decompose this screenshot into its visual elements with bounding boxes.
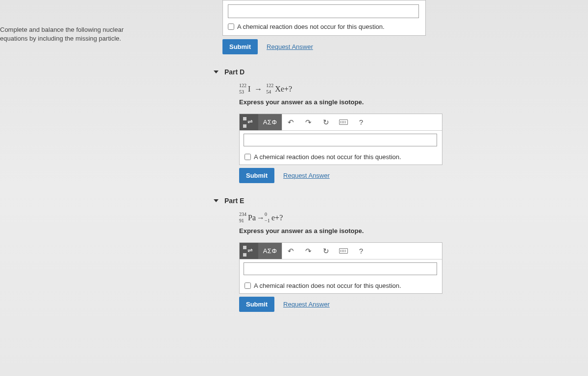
undo-button[interactable]: ↶	[282, 243, 299, 259]
help-button[interactable]: ?	[352, 114, 370, 130]
partD-equation: 12253I → 12254Xe+?	[239, 85, 480, 94]
greek-symbols-button[interactable]: ΑΣΦ	[258, 114, 282, 130]
isotope-template-button[interactable]: ⇌	[240, 114, 258, 130]
partC-answer-input[interactable]	[228, 4, 419, 18]
help-button[interactable]: ?	[352, 243, 370, 259]
partD-request-answer-link[interactable]: Request Answer	[283, 172, 330, 179]
partC-answer-box: A chemical reaction does not occur for t…	[222, 0, 426, 36]
undo-icon: ↶	[288, 118, 294, 127]
partE-submit-button[interactable]: Submit	[239, 297, 274, 312]
keyboard-button[interactable]	[335, 243, 352, 259]
keyboard-button[interactable]	[335, 114, 352, 130]
greek-symbols-button[interactable]: ΑΣΦ	[258, 243, 282, 259]
partE-equation: 23491Pa→0−1e+?	[239, 213, 480, 222]
partC-no-reaction-label: A chemical reaction does not occur for t…	[237, 23, 385, 30]
partC-request-answer-link[interactable]: Request Answer	[267, 43, 313, 50]
isotope-template-icon: ⇌	[242, 117, 256, 128]
reset-icon: ↻	[323, 247, 329, 256]
reset-button[interactable]: ↻	[317, 243, 335, 259]
partD-answer-input[interactable]	[244, 134, 437, 146]
isotope-template-button[interactable]: ⇌	[240, 243, 258, 259]
caret-down-icon	[214, 70, 219, 73]
partD-title: Part D	[224, 68, 245, 76]
partE-answer-widget: ⇌ ΑΣΦ ↶ ↷ ↻ ? A chemical reaction does n…	[239, 242, 442, 294]
partE-no-reaction-label: A chemical reaction does not occur for t…	[254, 282, 401, 289]
redo-button[interactable]: ↷	[299, 114, 317, 130]
redo-icon: ↷	[305, 247, 312, 256]
partD-no-reaction-label: A chemical reaction does not occur for t…	[254, 153, 401, 161]
partE-no-reaction-checkbox[interactable]	[245, 282, 251, 289]
partC-submit-button[interactable]: Submit	[222, 39, 258, 54]
redo-button[interactable]: ↷	[299, 243, 317, 259]
keyboard-icon	[339, 248, 348, 254]
redo-icon: ↷	[305, 118, 312, 127]
partE-title: Part E	[224, 197, 244, 205]
partC-no-reaction-checkbox[interactable]	[228, 24, 234, 30]
partC-no-reaction-row: A chemical reaction does not occur for t…	[228, 23, 420, 30]
partE-answer-input[interactable]	[244, 262, 437, 275]
partD-header[interactable]: Part D	[214, 68, 480, 76]
partE-instruction: Express your answer as a single isotope.	[239, 227, 480, 235]
partD-answer-widget: ⇌ ΑΣΦ ↶ ↷ ↻ ? A chemical reaction does n…	[239, 114, 442, 165]
caret-down-icon	[214, 199, 219, 202]
partD-submit-button[interactable]: Submit	[239, 168, 274, 183]
question-prompt: Complete and balance the following nucle…	[0, 25, 137, 43]
undo-button[interactable]: ↶	[282, 114, 299, 130]
partE-header[interactable]: Part E	[214, 197, 480, 205]
partE-request-answer-link[interactable]: Request Answer	[283, 301, 330, 308]
partD-no-reaction-checkbox[interactable]	[245, 154, 251, 160]
isotope-template-icon: ⇌	[242, 246, 256, 257]
reset-button[interactable]: ↻	[317, 114, 335, 130]
keyboard-icon	[339, 119, 348, 125]
partD-instruction: Express your answer as a single isotope.	[239, 98, 480, 106]
reset-icon: ↻	[323, 118, 329, 127]
undo-icon: ↶	[288, 247, 294, 256]
